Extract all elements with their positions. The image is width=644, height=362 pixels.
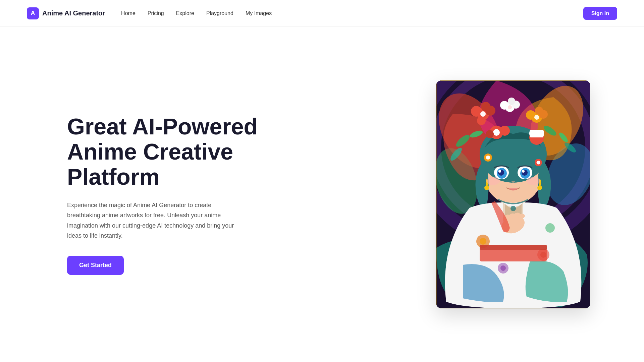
- svg-point-55: [480, 238, 486, 245]
- nav-links: Home Pricing Explore Playground My Image…: [121, 10, 272, 16]
- svg-point-16: [508, 98, 515, 105]
- hero-content: Great AI-Powered Anime Creative Platform…: [67, 114, 275, 275]
- hero-description: Experience the magic of Anime AI Generat…: [67, 200, 241, 241]
- hero-section: Great AI-Powered Anime Creative Platform…: [0, 27, 644, 362]
- svg-point-33: [493, 129, 500, 136]
- svg-point-42: [537, 185, 542, 190]
- svg-point-59: [500, 265, 506, 271]
- logo-icon: A: [27, 7, 39, 19]
- anime-illustration: [436, 80, 590, 308]
- nav-link-explore[interactable]: Explore: [176, 10, 194, 16]
- svg-point-35: [486, 130, 494, 138]
- svg-point-34: [500, 126, 510, 136]
- svg-point-52: [486, 177, 500, 185]
- nav-link-my-images[interactable]: My Images: [246, 10, 272, 16]
- svg-point-15: [500, 101, 509, 110]
- svg-point-12: [480, 111, 486, 117]
- svg-point-40: [484, 185, 489, 190]
- nav-link-home[interactable]: Home: [121, 10, 136, 16]
- svg-point-49: [498, 170, 501, 173]
- svg-point-68: [511, 206, 516, 211]
- svg-point-50: [522, 170, 525, 173]
- hero-image: [436, 80, 590, 308]
- svg-point-22: [534, 115, 539, 120]
- svg-point-53: [527, 177, 540, 185]
- nav-link-playground[interactable]: Playground: [206, 10, 233, 16]
- svg-point-51: [512, 181, 515, 183]
- navbar: A Anime AI Generator Home Pricing Explor…: [0, 0, 644, 27]
- logo-letter: A: [31, 10, 35, 17]
- signin-button[interactable]: Sign In: [583, 7, 617, 20]
- svg-point-70: [486, 156, 490, 160]
- logo-link[interactable]: A Anime AI Generator: [27, 7, 105, 19]
- svg-point-17: [508, 105, 512, 109]
- nav-link-pricing[interactable]: Pricing: [148, 10, 164, 16]
- svg-rect-62: [480, 245, 547, 250]
- svg-point-9: [471, 106, 482, 117]
- brand-name: Anime AI Generator: [42, 9, 105, 17]
- hero-title: Great AI-Powered Anime Creative Platform: [67, 114, 275, 189]
- nav-left: A Anime AI Generator Home Pricing Explor…: [27, 7, 272, 19]
- svg-point-21: [535, 107, 543, 115]
- svg-point-72: [537, 161, 540, 165]
- svg-point-20: [526, 110, 535, 120]
- svg-point-10: [481, 102, 490, 111]
- get-started-button[interactable]: Get Started: [67, 256, 124, 275]
- svg-point-60: [545, 223, 555, 233]
- svg-point-11: [477, 116, 486, 125]
